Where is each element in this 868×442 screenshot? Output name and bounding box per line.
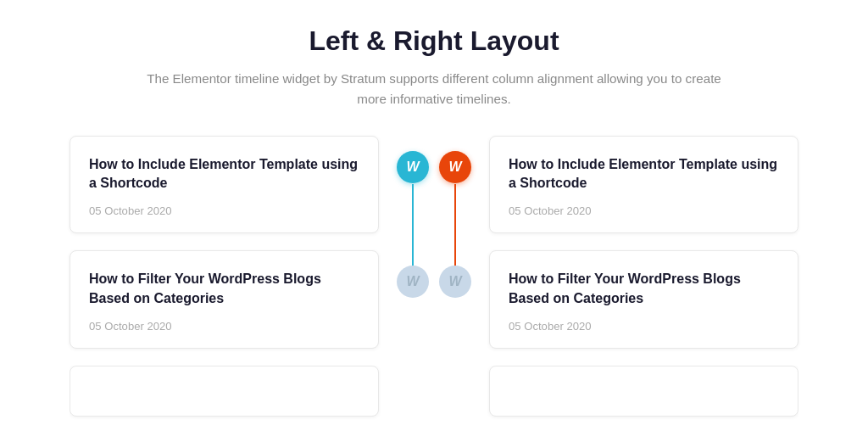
right-col-1: How to Include Elementor Template using … bbox=[472, 136, 798, 234]
dot-right-2: W bbox=[439, 266, 471, 298]
card-right-3-partial bbox=[489, 366, 798, 417]
center-col-3 bbox=[396, 366, 472, 421]
right-col-3 bbox=[472, 366, 798, 421]
timeline-row-3-partial bbox=[70, 366, 798, 421]
right-col-2: How to Filter Your WordPress Blogs Based… bbox=[472, 250, 798, 349]
card-date-right-2: 05 October 2020 bbox=[509, 320, 779, 333]
left-col-1: How to Include Elementor Template using … bbox=[70, 136, 396, 234]
timeline-row-2: How to Filter Your WordPress Blogs Based… bbox=[70, 250, 798, 349]
dot-left-1: W bbox=[397, 151, 429, 183]
card-date-left-2: 05 October 2020 bbox=[89, 320, 359, 333]
left-col-2: How to Filter Your WordPress Blogs Based… bbox=[70, 250, 396, 349]
page-header: Left & Right Layout The Elementor timeli… bbox=[137, 25, 731, 110]
dot-right-1: W bbox=[439, 151, 471, 183]
center-col-2: W W bbox=[396, 250, 472, 349]
left-col-3 bbox=[70, 366, 396, 421]
timeline-row-1: How to Include Elementor Template using … bbox=[70, 136, 798, 234]
card-left-1: How to Include Elementor Template using … bbox=[70, 136, 379, 234]
card-right-2: How to Filter Your WordPress Blogs Based… bbox=[489, 250, 798, 349]
center-col-1: W W bbox=[396, 136, 472, 234]
page-title: Left & Right Layout bbox=[137, 25, 731, 57]
card-right-1: How to Include Elementor Template using … bbox=[489, 136, 798, 234]
card-title-right-1: How to Include Elementor Template using … bbox=[509, 155, 779, 193]
card-title-right-2: How to Filter Your WordPress Blogs Based… bbox=[509, 270, 779, 308]
card-title-left-1: How to Include Elementor Template using … bbox=[89, 155, 359, 193]
card-title-left-2: How to Filter Your WordPress Blogs Based… bbox=[89, 270, 359, 308]
card-date-left-1: 05 October 2020 bbox=[89, 204, 359, 217]
timeline-wrapper: How to Include Elementor Template using … bbox=[70, 136, 798, 422]
dots-row-1: W W bbox=[397, 136, 471, 183]
card-left-3-partial bbox=[70, 366, 379, 417]
page-subtitle: The Elementor timeline widget by Stratum… bbox=[137, 69, 731, 110]
card-date-right-1: 05 October 2020 bbox=[509, 204, 779, 217]
dot-left-2: W bbox=[397, 266, 429, 298]
dots-row-2: W W bbox=[397, 250, 471, 298]
card-left-2: How to Filter Your WordPress Blogs Based… bbox=[70, 250, 379, 349]
